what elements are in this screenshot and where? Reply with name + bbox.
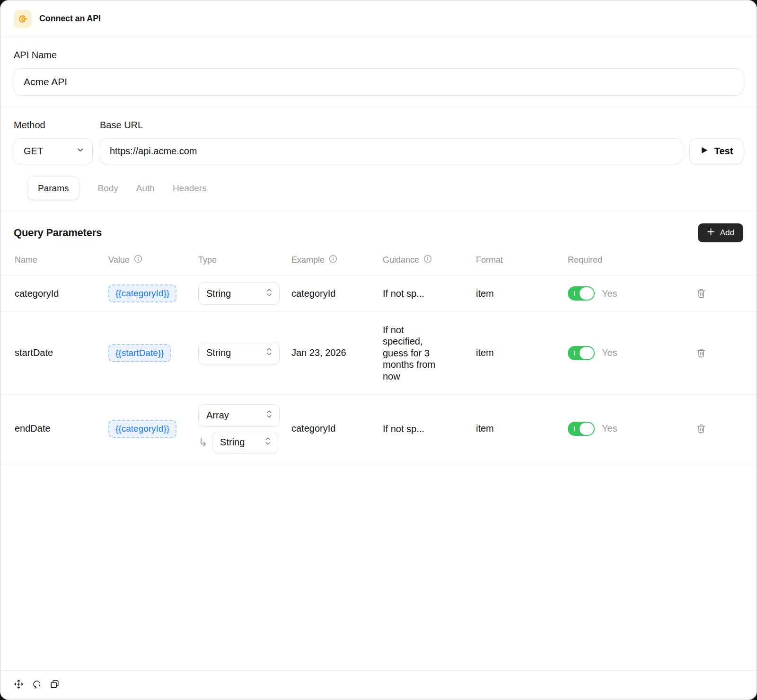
footer-toolbar — [0, 670, 757, 700]
type-select[interactable]: String — [198, 342, 280, 364]
param-example: categoryId — [291, 423, 383, 434]
column-required: Required — [568, 255, 695, 265]
required-label: Yes — [602, 423, 617, 434]
trash-icon — [695, 288, 707, 299]
param-guidance: If not specified, guess for 3 months fro… — [383, 324, 445, 382]
move-icon — [14, 679, 24, 689]
request-section: Method Base URL GET Test Para — [0, 107, 757, 211]
column-type: Type — [198, 255, 291, 265]
titlebar: Connect an API — [0, 0, 757, 37]
param-value-chip[interactable]: {{categoryId}} — [108, 420, 176, 438]
column-guidance: Guidance — [383, 255, 476, 266]
chevron-up-down-icon — [266, 287, 273, 300]
column-name: Name — [15, 255, 108, 265]
chevron-up-down-icon — [266, 346, 273, 359]
tab-body[interactable]: Body — [97, 183, 118, 194]
method-select[interactable]: GET — [14, 138, 93, 164]
chevron-up-down-icon — [266, 409, 273, 422]
type-select[interactable]: String — [198, 282, 280, 305]
api-name-label: API Name — [14, 50, 743, 61]
column-format: Format — [476, 255, 568, 265]
tab-auth[interactable]: Auth — [136, 183, 155, 194]
dialog-title: Connect an API — [39, 14, 101, 24]
base-url-label: Base URL — [100, 120, 682, 131]
param-format: item — [476, 288, 568, 299]
table-row: startDate {{startDate}} String Jan 23, 2… — [0, 312, 757, 395]
info-icon[interactable] — [134, 255, 142, 266]
add-button-label: Add — [720, 228, 734, 238]
method-value: GET — [24, 146, 43, 157]
required-toggle[interactable] — [568, 286, 595, 301]
required-toggle[interactable] — [568, 346, 595, 360]
duplicate-button[interactable] — [50, 679, 60, 689]
param-example: categoryId — [291, 288, 383, 299]
delete-row-button[interactable] — [695, 422, 708, 435]
table-header-row: Name Value Type Example — [0, 247, 757, 275]
param-value-chip[interactable]: {{categoryId}} — [108, 284, 176, 302]
required-toggle[interactable] — [568, 422, 595, 436]
request-tabs: Params Body Auth Headers — [14, 164, 743, 211]
param-name: categoryId — [15, 288, 108, 299]
connect-api-dialog: Connect an API API Name Method Base URL … — [0, 0, 757, 700]
param-name: startDate — [15, 347, 108, 358]
info-icon[interactable] — [423, 255, 432, 266]
rotate-button[interactable] — [32, 679, 42, 689]
nested-arrow-icon: ↳ — [198, 437, 208, 448]
param-guidance: If not sp... — [383, 288, 445, 299]
api-name-input[interactable] — [14, 68, 743, 96]
tab-headers[interactable]: Headers — [173, 183, 207, 194]
delete-row-button[interactable] — [695, 346, 708, 360]
copy-icon — [50, 679, 60, 689]
table-empty-area — [0, 464, 757, 670]
trash-icon — [695, 423, 707, 434]
test-button[interactable]: Test — [689, 138, 743, 164]
method-label: Method — [14, 120, 93, 131]
plus-icon — [707, 228, 715, 238]
base-url-input[interactable] — [100, 138, 682, 164]
param-example: Jan 23, 2026 — [291, 347, 383, 358]
test-button-label: Test — [714, 146, 733, 157]
param-name: endDate — [15, 423, 108, 434]
query-parameters-header: Query Parameters Add — [0, 211, 757, 247]
column-value: Value — [108, 255, 198, 266]
required-label: Yes — [602, 288, 617, 299]
chevron-down-icon — [76, 146, 85, 157]
add-parameter-button[interactable]: Add — [698, 223, 743, 242]
param-format: item — [476, 347, 568, 358]
info-icon[interactable] — [329, 255, 337, 266]
tab-params[interactable]: Params — [27, 177, 79, 200]
required-label: Yes — [602, 347, 617, 358]
play-icon — [700, 146, 709, 157]
query-parameters-title: Query Parameters — [14, 227, 102, 239]
column-example: Example — [291, 255, 383, 266]
param-value-chip[interactable]: {{startDate}} — [108, 344, 171, 362]
item-type-select[interactable]: String — [212, 432, 278, 453]
chevron-up-down-icon — [264, 436, 271, 449]
rotate-ccw-icon — [32, 679, 42, 689]
move-button[interactable] — [14, 679, 24, 689]
api-connector-icon — [14, 10, 32, 28]
table-row: categoryId {{categoryId}} String categor… — [0, 275, 757, 312]
param-format: item — [476, 423, 568, 434]
api-name-section: API Name — [0, 37, 757, 107]
type-select[interactable]: Array — [198, 404, 280, 427]
delete-row-button[interactable] — [695, 287, 708, 300]
table-row: endDate {{categoryId}} Array ↳ String — [0, 395, 757, 464]
trash-icon — [695, 347, 707, 359]
param-guidance: If not sp... — [383, 423, 445, 434]
